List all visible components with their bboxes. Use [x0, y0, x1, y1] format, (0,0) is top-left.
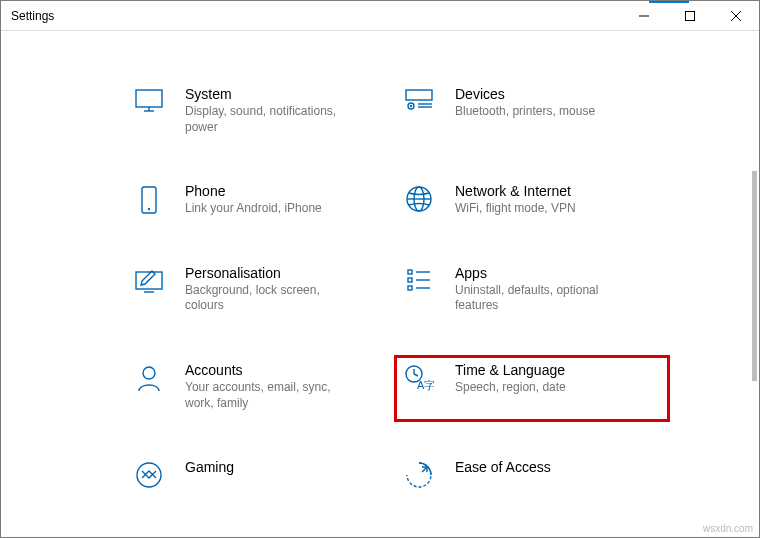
category-sub: Your accounts, email, sync, work, family: [185, 380, 355, 411]
category-title: System: [185, 86, 355, 102]
window-controls: [621, 1, 759, 31]
personalisation-icon: [131, 265, 167, 293]
svg-line-28: [414, 374, 418, 376]
accounts-icon: [131, 362, 167, 392]
time-language-icon: A字: [401, 362, 437, 392]
category-title: Network & Internet: [455, 183, 576, 199]
svg-point-9: [411, 106, 412, 107]
category-sub: Display, sound, notifications, power: [185, 104, 355, 135]
window-title: Settings: [11, 9, 54, 23]
category-title: Accounts: [185, 362, 355, 378]
accent-strip: [649, 1, 689, 3]
category-phone[interactable]: Phone Link your Android, iPhone: [131, 183, 391, 217]
category-sub: Background, lock screen, colours: [185, 283, 355, 314]
gaming-icon: [131, 459, 167, 489]
apps-icon: [401, 265, 437, 293]
category-system[interactable]: System Display, sound, notifications, po…: [131, 86, 391, 135]
close-button[interactable]: [713, 1, 759, 31]
category-devices[interactable]: Devices Bluetooth, printers, mouse: [401, 86, 661, 135]
devices-icon: [401, 86, 437, 112]
category-title: Devices: [455, 86, 595, 102]
category-title: Time & Language: [455, 362, 566, 378]
category-sub: Link your Android, iPhone: [185, 201, 322, 217]
maximize-button[interactable]: [667, 1, 713, 31]
category-title: Phone: [185, 183, 322, 199]
svg-rect-7: [406, 90, 432, 100]
minimize-button[interactable]: [621, 1, 667, 31]
titlebar: Settings: [1, 1, 759, 31]
category-network[interactable]: Network & Internet WiFi, flight mode, VP…: [401, 183, 661, 217]
category-sub: Uninstall, defaults, optional features: [455, 283, 625, 314]
globe-icon: [401, 183, 437, 213]
system-icon: [131, 86, 167, 114]
category-ease-of-access[interactable]: Ease of Access: [401, 459, 661, 489]
category-apps[interactable]: Apps Uninstall, defaults, optional featu…: [401, 265, 661, 314]
content-area: System Display, sound, notifications, po…: [1, 31, 759, 489]
category-gaming[interactable]: Gaming: [131, 459, 391, 489]
watermark: wsxdn.com: [703, 523, 753, 534]
svg-rect-19: [408, 270, 412, 274]
ease-icon: [401, 459, 437, 489]
svg-rect-1: [686, 11, 695, 20]
category-title: Personalisation: [185, 265, 355, 281]
category-title: Ease of Access: [455, 459, 551, 475]
settings-grid: System Display, sound, notifications, po…: [131, 86, 729, 489]
scrollbar-thumb[interactable]: [752, 171, 757, 381]
category-title: Apps: [455, 265, 625, 281]
phone-icon: [131, 183, 167, 215]
svg-rect-21: [408, 278, 412, 282]
svg-rect-4: [136, 90, 162, 107]
svg-point-30: [137, 463, 161, 487]
category-sub: WiFi, flight mode, VPN: [455, 201, 576, 217]
category-sub: Bluetooth, printers, mouse: [455, 104, 595, 120]
svg-point-25: [143, 367, 155, 379]
svg-text:A字: A字: [417, 379, 434, 391]
category-time-language[interactable]: A字 Time & Language Speech, region, date: [394, 355, 670, 422]
category-title: Gaming: [185, 459, 234, 475]
svg-line-31: [422, 467, 427, 472]
svg-rect-23: [408, 286, 412, 290]
category-accounts[interactable]: Accounts Your accounts, email, sync, wor…: [131, 362, 391, 411]
category-sub: Speech, region, date: [455, 380, 566, 396]
svg-point-13: [148, 208, 150, 210]
category-personalisation[interactable]: Personalisation Background, lock screen,…: [131, 265, 391, 314]
